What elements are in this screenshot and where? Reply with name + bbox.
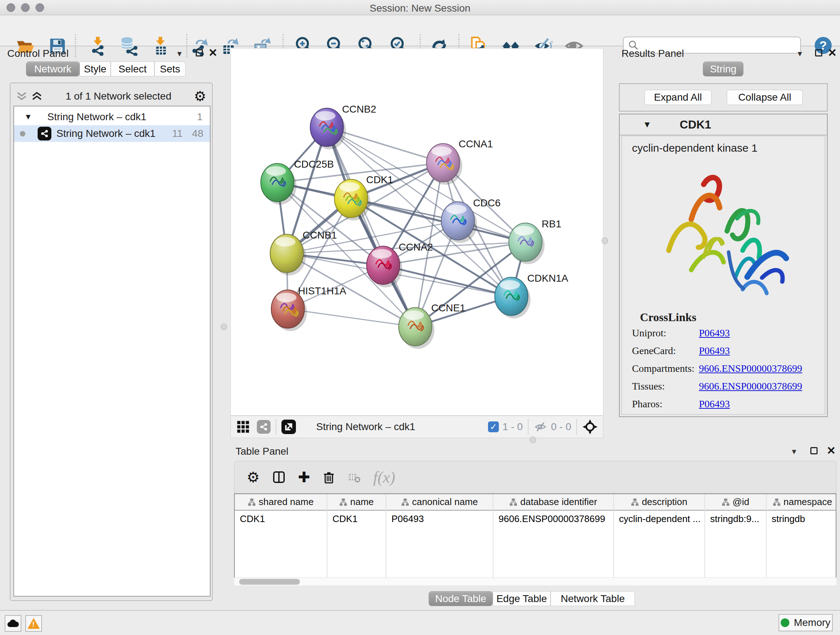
title-bar: Session: New Session	[0, 0, 840, 15]
hidden-count: 0 - 0	[551, 421, 571, 432]
network-selection-status: 1 of 1 Network selected	[43, 90, 194, 102]
table-cell[interactable]: cyclin-dependent ...	[614, 511, 704, 527]
separator	[276, 419, 276, 435]
crosslink-value-link[interactable]: 9606.ENSP00000378699	[699, 380, 802, 392]
function-builder-icon[interactable]: f(x)	[373, 468, 395, 486]
expand-all-button[interactable]: Expand All	[644, 90, 712, 105]
crosslinks-heading: CrossLinks	[640, 310, 696, 324]
network-node-cdc6[interactable]: CDC6	[441, 197, 501, 243]
tab-node-table[interactable]: Node Table	[429, 591, 493, 606]
node-label: CDC25B	[294, 158, 334, 170]
table-cell[interactable]: P06493	[386, 511, 493, 527]
tab-network-table[interactable]: Network Table	[551, 591, 635, 606]
network-node-hist1h1a[interactable]: HIST1H1A	[271, 285, 347, 331]
create-column-icon[interactable]: ✚	[298, 469, 310, 486]
network-view-title: String Network – cdk1	[316, 421, 415, 432]
tab-style[interactable]: Style	[80, 62, 111, 76]
right-splitter-handle[interactable]	[602, 238, 608, 244]
scrollbar-thumb[interactable]	[239, 579, 300, 585]
network-row[interactable]: String Network – cdk1 11 48	[14, 125, 210, 142]
crosslink-value-link[interactable]: 9606.ENSP00000378699	[699, 363, 802, 374]
network-collection-row[interactable]: ▼ String Network – cdk1 1	[14, 109, 210, 125]
network-node-ccne1[interactable]: CCNE1	[399, 302, 466, 349]
separator	[576, 419, 577, 435]
table-cell[interactable]: CDK1	[235, 511, 327, 527]
table-cell[interactable]: stringdb:9...	[705, 511, 766, 527]
tab-select[interactable]: Select	[111, 62, 155, 76]
tab-network[interactable]: Network	[26, 62, 80, 76]
selected-checkbox-icon[interactable]: ✓	[488, 421, 499, 432]
table-panel-float-icon[interactable]	[810, 447, 818, 454]
warning-icon	[27, 618, 40, 629]
delete-table-icon[interactable]	[347, 470, 361, 484]
show-columns-icon[interactable]	[272, 470, 286, 484]
memory-status[interactable]: Memory	[778, 614, 833, 631]
network-canvas[interactable]: CCNB2CCNA1CDC25BCDK1CDC6RB1CCNB1CCNA2CDK…	[231, 48, 603, 416]
separator	[528, 419, 529, 435]
table-panel-close-icon[interactable]: ✕	[827, 447, 836, 454]
bottom-splitter-handle[interactable]	[530, 437, 536, 443]
gene-collapse-triangle-icon[interactable]: ▼	[643, 119, 652, 130]
open-in-new-window-icon[interactable]	[281, 420, 296, 434]
network-node-ccnb1[interactable]: CCNB1	[270, 230, 337, 276]
column-header[interactable]: description	[614, 494, 704, 511]
tree-expand-triangle-icon[interactable]: ▼	[24, 112, 32, 122]
table-horizontal-scrollbar[interactable]	[234, 578, 836, 585]
collapse-all-button[interactable]: Collapse All	[727, 90, 803, 105]
column-header[interactable]: canonical name	[386, 494, 493, 511]
tab-sets[interactable]: Sets	[155, 62, 186, 76]
table-cell[interactable]: stringdb	[767, 511, 836, 527]
delete-column-trash-icon[interactable]	[322, 470, 335, 484]
string-network-graph[interactable]: CCNB2CCNA1CDC25BCDK1CDC6RB1CCNB1CCNA2CDK…	[231, 49, 603, 415]
results-panel-title: Results Panel	[622, 48, 684, 59]
column-namespace-icon	[248, 498, 256, 506]
warnings-button[interactable]	[25, 615, 42, 632]
network-node-cdkn1a[interactable]: CDKN1A	[495, 272, 569, 318]
network-edge[interactable]	[327, 127, 415, 327]
table-panel-collapse-icon[interactable]: ▾	[792, 447, 796, 456]
tab-edge-table[interactable]: Edge Table	[493, 591, 551, 606]
network-share-icon[interactable]	[257, 420, 271, 434]
table-panel: Table Panel ▾ ✕ ⚙ ✚ f(x) shared nameCDK1…	[231, 443, 840, 610]
control-panel-collapse-icon[interactable]: ▾	[177, 49, 182, 59]
gene-description: cyclin-dependent kinase 1	[632, 142, 825, 154]
gene-section-header[interactable]: ▼ CDK1	[620, 114, 827, 135]
selected-count: 1 - 0	[502, 421, 523, 432]
network-view-toolbar: String Network – cdk1 ✓ 1 - 0 0 - 0	[231, 416, 603, 438]
birds-eye-view-icon[interactable]	[582, 419, 598, 435]
crosslinks-list: Uniprot: P06493 GeneCard: P06493 Compart…	[622, 327, 825, 416]
grid-view-icon[interactable]	[236, 420, 250, 434]
gene-details: cyclin-dependent kinase 1	[622, 136, 825, 415]
cloud-status-button[interactable]	[5, 615, 21, 632]
table-cell[interactable]: CDK1	[327, 511, 386, 527]
collapse-all-chevron-icon[interactable]	[16, 91, 28, 102]
column-header[interactable]: @id	[705, 494, 766, 511]
column-header[interactable]: namespace	[767, 494, 836, 511]
column-header[interactable]: shared name	[235, 494, 327, 511]
table-column: descriptioncyclin-dependent ...	[614, 494, 705, 585]
column-header[interactable]: name	[327, 494, 386, 511]
crosslink-value-link[interactable]: P06493	[699, 398, 730, 410]
table-options-gear-icon[interactable]: ⚙	[247, 469, 260, 486]
crosslink-value-link[interactable]: P06493	[699, 345, 730, 356]
results-panel-close-icon[interactable]: ✕	[828, 49, 837, 57]
table-column: canonical nameP06493	[386, 494, 493, 585]
results-panel-collapse-icon[interactable]: ▾	[798, 49, 802, 59]
results-panel-float-icon[interactable]	[815, 49, 822, 57]
cloud-icon	[7, 619, 19, 628]
left-splitter-handle[interactable]	[221, 324, 227, 330]
column-header[interactable]: database identifier	[493, 494, 613, 511]
expand-all-chevron-icon[interactable]	[31, 91, 43, 102]
crosslink-row: Tissues: 9606.ENSP00000378699	[632, 380, 825, 392]
network-options-gear-icon[interactable]: ⚙	[194, 88, 206, 104]
expand-collapse-bar: Expand All Collapse All	[619, 83, 828, 111]
network-node-rb1[interactable]: RB1	[508, 218, 561, 264]
control-panel-float-icon[interactable]	[196, 49, 203, 57]
tab-string[interactable]: String	[703, 62, 744, 76]
table-cell[interactable]: 9606.ENSP00000378699	[493, 511, 613, 527]
hidden-eye-slash-icon	[534, 421, 547, 433]
network-tree: ▼ String Network – cdk1 1 String Network…	[13, 106, 210, 597]
network-label: String Network – cdk1	[57, 128, 156, 139]
crosslink-value-link[interactable]: P06493	[699, 327, 730, 339]
control-panel-close-icon[interactable]: ✕	[208, 49, 218, 57]
